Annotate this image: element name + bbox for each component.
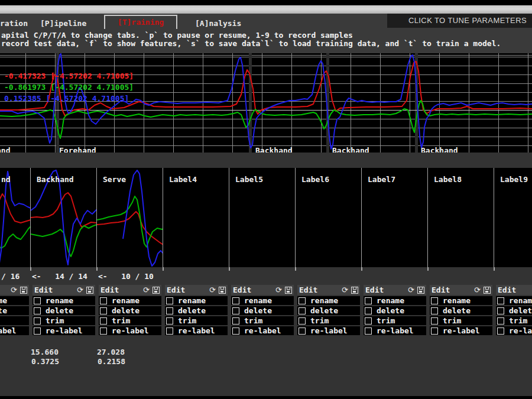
refresh-icon[interactable]: ⟳	[11, 286, 17, 294]
edit-menu-item-rename[interactable]: rename	[364, 296, 426, 305]
sample-panel[interactable]: Label4	[163, 168, 229, 267]
edit-menu-item-rename[interactable]: rename	[0, 296, 29, 305]
edit-menu-item-relabel[interactable]: re-label	[496, 326, 532, 335]
item-checkbox[interactable]	[431, 307, 438, 314]
item-checkbox[interactable]	[100, 327, 107, 335]
edit-menu-item-delete[interactable]: delete	[364, 306, 426, 315]
tab-training[interactable]: [T]raining	[104, 15, 177, 29]
edit-menu-item-rename[interactable]: rename	[297, 296, 360, 305]
edit-menu-item-rename[interactable]: rename	[165, 296, 228, 305]
save-icon[interactable]	[351, 287, 358, 294]
item-checkbox[interactable]	[100, 307, 107, 314]
refresh-icon[interactable]: ⟳	[143, 286, 150, 294]
edit-menu-item-trim[interactable]: trim	[0, 316, 29, 325]
save-icon[interactable]	[86, 287, 93, 294]
edit-menu-item-trim[interactable]: trim	[231, 316, 294, 325]
item-checkbox[interactable]	[34, 297, 41, 304]
edit-menu-item-delete[interactable]: delete	[231, 306, 294, 315]
edit-menu-header[interactable]: Edit⟳	[165, 285, 228, 295]
edit-menu-item-delete[interactable]: delete	[496, 306, 532, 315]
edit-menu-item-trim[interactable]: trim	[496, 316, 532, 325]
edit-menu-item-relabel[interactable]: re-label	[231, 326, 294, 335]
item-checkbox[interactable]	[232, 317, 239, 325]
item-checkbox[interactable]	[34, 317, 41, 325]
sample-panel[interactable]: Serve	[97, 168, 163, 267]
item-checkbox[interactable]	[299, 297, 306, 304]
item-checkbox[interactable]	[431, 327, 438, 335]
edit-menu-item-rename[interactable]: rename	[496, 296, 532, 305]
edit-menu-item-trim[interactable]: trim	[430, 316, 492, 325]
item-checkbox[interactable]	[232, 297, 239, 304]
item-checkbox[interactable]	[299, 327, 306, 335]
sample-panel[interactable]: Label8	[428, 168, 494, 267]
edit-menu-item-relabel[interactable]: re-label	[0, 326, 29, 335]
edit-menu-item-trim[interactable]: trim	[297, 316, 360, 325]
item-checkbox[interactable]	[166, 327, 173, 335]
save-icon[interactable]	[20, 287, 27, 294]
sample-panel[interactable]: Label6	[296, 168, 362, 267]
item-checkbox[interactable]	[365, 297, 372, 304]
edit-menu-header[interactable]: Edit⟳	[430, 285, 492, 295]
refresh-icon[interactable]: ⟳	[209, 286, 216, 294]
save-icon[interactable]	[153, 287, 160, 294]
edit-menu-header[interactable]: Edit⟳	[0, 285, 29, 295]
save-icon[interactable]	[484, 287, 491, 294]
sample-panel[interactable]: Label9	[494, 168, 532, 267]
edit-menu-header[interactable]: Edit⟳	[364, 285, 426, 295]
save-icon[interactable]	[219, 287, 226, 294]
refresh-icon[interactable]: ⟳	[474, 286, 481, 294]
item-checkbox[interactable]	[299, 317, 306, 325]
edit-menu-item-relabel[interactable]: re-label	[364, 326, 426, 335]
edit-menu-item-rename[interactable]: rename	[99, 296, 161, 305]
item-checkbox[interactable]	[365, 317, 372, 325]
item-checkbox[interactable]	[497, 297, 504, 304]
item-checkbox[interactable]	[232, 307, 239, 314]
refresh-icon[interactable]: ⟳	[77, 286, 83, 294]
save-icon[interactable]	[417, 287, 424, 294]
item-checkbox[interactable]	[166, 307, 173, 314]
item-checkbox[interactable]	[497, 307, 504, 314]
refresh-icon[interactable]: ⟳	[275, 286, 282, 294]
edit-menu-header[interactable]: Edit⟳	[297, 285, 360, 295]
sample-panel[interactable]: Label7	[362, 168, 428, 267]
edit-menu-item-rename[interactable]: rename	[33, 296, 95, 305]
item-checkbox[interactable]	[365, 307, 372, 314]
item-checkbox[interactable]	[497, 317, 504, 325]
tab-analysis[interactable]: [A]nalysis	[195, 19, 241, 28]
edit-menu-item-trim[interactable]: trim	[99, 316, 161, 325]
edit-menu-header[interactable]: Edit⟳	[99, 285, 161, 295]
item-checkbox[interactable]	[299, 307, 306, 314]
edit-menu-item-relabel[interactable]: re-label	[297, 326, 360, 335]
refresh-icon[interactable]: ⟳	[408, 286, 414, 294]
sample-panel[interactable]: nd	[0, 168, 31, 267]
edit-menu-item-rename[interactable]: rename	[231, 296, 294, 305]
edit-menu-item-trim[interactable]: trim	[33, 316, 95, 325]
item-checkbox[interactable]	[34, 307, 41, 314]
item-checkbox[interactable]	[34, 327, 41, 335]
tab-pipeline[interactable]: [P]ipeline	[40, 19, 86, 28]
item-checkbox[interactable]	[431, 317, 438, 325]
sample-panel[interactable]: Label5	[229, 168, 296, 267]
edit-menu-item-trim[interactable]: trim	[364, 316, 426, 325]
item-checkbox[interactable]	[365, 327, 372, 335]
edit-menu-header[interactable]: Edit⟳	[231, 285, 294, 295]
item-checkbox[interactable]	[166, 297, 173, 304]
sample-panel[interactable]: Backhand	[31, 168, 97, 267]
edit-menu-item-rename[interactable]: rename	[430, 296, 492, 305]
save-icon[interactable]	[285, 287, 292, 294]
edit-menu-item-delete[interactable]: delete	[0, 306, 29, 315]
item-checkbox[interactable]	[497, 327, 504, 335]
item-checkbox[interactable]	[232, 327, 239, 335]
edit-menu-header[interactable]: Edit⟳	[496, 285, 532, 295]
edit-menu-header[interactable]: Edit⟳	[33, 285, 95, 295]
tune-parameters-button[interactable]: CLICK TO TUNE PARAMETERS	[387, 14, 532, 28]
edit-menu-item-delete[interactable]: delete	[165, 306, 228, 315]
item-checkbox[interactable]	[100, 317, 107, 325]
edit-menu-item-relabel[interactable]: re-label	[430, 326, 492, 335]
edit-menu-item-relabel[interactable]: re-label	[99, 326, 161, 335]
edit-menu-item-relabel[interactable]: re-label	[165, 326, 228, 335]
edit-menu-item-delete[interactable]: delete	[99, 306, 161, 315]
item-checkbox[interactable]	[100, 297, 107, 304]
edit-menu-item-delete[interactable]: delete	[297, 306, 360, 315]
item-checkbox[interactable]	[166, 317, 173, 325]
